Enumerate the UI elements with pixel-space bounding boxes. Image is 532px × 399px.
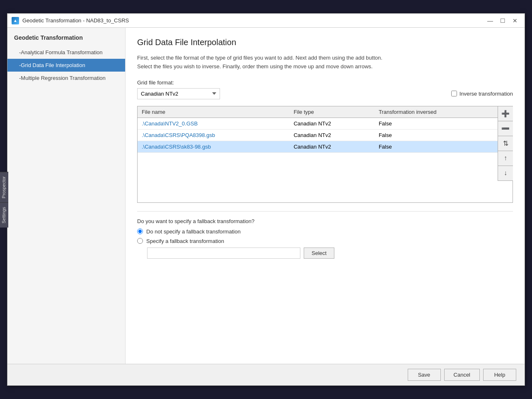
inverse-check-group: Inverse transformation <box>451 91 513 97</box>
settings-tab[interactable]: Settings <box>0 202 8 228</box>
no-fallback-label: Do not specify a fallback transformation <box>146 228 241 235</box>
cell-inversed: False <box>375 129 498 141</box>
cancel-button[interactable]: Cancel <box>444 369 480 381</box>
minimize-button[interactable]: — <box>485 16 496 25</box>
page-title: Grid Data File Interpolation <box>137 38 513 47</box>
sidebar-item-regression[interactable]: -Multiple Regression Transformation <box>7 72 125 84</box>
content-area: Geodetic Transformation -Analytical Form… <box>7 28 525 364</box>
sidebar-title: Geodetic Transformation <box>7 34 125 46</box>
cell-filetype: Canadian NTv2 <box>290 129 375 141</box>
fallback-input-row: Select <box>147 248 513 259</box>
table-row[interactable]: .\Canada\CSRS\PQA8398.gsbCanadian NTv2Fa… <box>138 129 498 141</box>
cell-inversed: False <box>375 118 498 129</box>
title-bar: ▲ Geodetic Transformation - NAD83_to_CSR… <box>7 14 525 28</box>
table-row[interactable]: .\Canada\CSRS\sk83-98.gsbCanadian NTv2Fa… <box>138 141 498 152</box>
cell-inversed: False <box>375 141 498 152</box>
main-window: ▲ Geodetic Transformation - NAD83_to_CSR… <box>7 13 525 386</box>
grid-format-label: Grid file format: <box>137 79 513 86</box>
cell-filename: .\Canada\CSRS\PQA8398.gsb <box>138 129 290 141</box>
add-file-button[interactable]: ➕ <box>498 106 513 121</box>
cell-filetype: Canadian NTv2 <box>290 141 375 152</box>
cell-filetype: Canadian NTv2 <box>290 118 375 129</box>
maximize-button[interactable]: ☐ <box>497 16 508 25</box>
inverse-label[interactable]: Inverse transformation <box>459 91 513 97</box>
sidebar-item-grid[interactable]: -Grid Data File Interpolation <box>7 59 125 72</box>
sidebar-item-analytical[interactable]: -Analytical Formula Transformation <box>7 46 125 59</box>
file-table: File name File type Transformation inver… <box>138 106 498 153</box>
window-title: Geodetic Transformation - NAD83_to_CSRS <box>22 17 485 24</box>
app-icon: ▲ <box>12 17 19 24</box>
empty-area <box>138 153 513 202</box>
remove-file-button[interactable]: ➖ <box>498 121 513 136</box>
inverse-checkbox[interactable] <box>451 91 457 96</box>
description-line1: First, select the file format of the typ… <box>137 54 513 62</box>
no-fallback-option[interactable]: Do not specify a fallback transformation <box>137 228 513 235</box>
help-button[interactable]: Help <box>483 369 516 381</box>
col-filename: File name <box>138 106 290 118</box>
cell-filename: .\Canada\NTV2_0.GSB <box>138 118 290 129</box>
move-down-button[interactable]: ↓ <box>498 166 513 181</box>
specify-fallback-label: Specify a fallback transformation <box>146 238 224 244</box>
format-row: Canadian NTv2NTv2NADCONVertical NADCON I… <box>137 88 513 99</box>
no-fallback-radio[interactable] <box>137 228 143 234</box>
col-filetype: File type <box>290 106 375 118</box>
file-table-area: File name File type Transformation inver… <box>137 106 513 203</box>
inverse-file-button[interactable]: ⇅ <box>498 136 513 151</box>
description: First, select the file format of the typ… <box>137 54 513 71</box>
prospector-tab[interactable]: Prospector <box>0 172 8 202</box>
save-button[interactable]: Save <box>408 369 441 381</box>
table-side-buttons: ➕ ➖ ⇅ ↑ ↓ <box>498 106 513 181</box>
sidebar: Geodetic Transformation -Analytical Form… <box>7 28 126 364</box>
window-controls: — ☐ ✕ <box>485 16 520 25</box>
fallback-input[interactable] <box>147 248 300 259</box>
main-content: Grid Data File Interpolation First, sele… <box>126 28 525 364</box>
table-row[interactable]: .\Canada\NTV2_0.GSBCanadian NTv2False <box>138 118 498 129</box>
close-button[interactable]: ✕ <box>510 16 520 25</box>
move-up-button[interactable]: ↑ <box>498 151 513 166</box>
fallback-question: Do you want to specify a fallback transf… <box>137 218 513 224</box>
cell-filename: .\Canada\CSRS\sk83-98.gsb <box>138 141 290 152</box>
file-table-container: File name File type Transformation inver… <box>137 106 513 203</box>
grid-format-dropdown[interactable]: Canadian NTv2NTv2NADCONVertical NADCON <box>137 88 220 99</box>
bottom-bar: Save Cancel Help <box>7 364 525 385</box>
specify-fallback-option[interactable]: Specify a fallback transformation <box>137 238 513 244</box>
edge-tabs: Prospector Settings <box>0 0 8 399</box>
select-button[interactable]: Select <box>304 248 334 259</box>
col-inversed: Transformation inversed <box>375 106 498 118</box>
description-line2: Select the files you wish to inverse. Fi… <box>137 62 513 71</box>
specify-fallback-radio[interactable] <box>137 238 143 244</box>
fallback-section: Do you want to specify a fallback transf… <box>137 211 513 259</box>
